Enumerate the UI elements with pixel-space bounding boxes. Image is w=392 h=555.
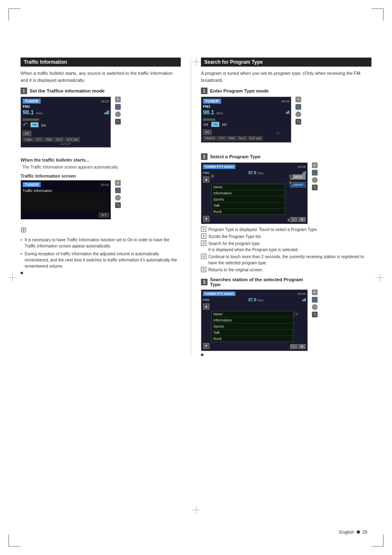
tuner-tab-text[interactable]: TExT [54, 137, 65, 142]
traffic-time: 10:10 [101, 183, 109, 187]
pty-back-btn-step3[interactable]: ← [290, 344, 297, 349]
pty-back-btn-step2[interactable]: ← [290, 217, 297, 222]
tuner-tab-text-r[interactable]: TExT [237, 136, 247, 141]
pty-mhz-step3: MHz [258, 299, 263, 302]
pty-item-rock-step2[interactable]: Rock [212, 209, 285, 215]
tuner-mhz-step1-left: MHz [36, 111, 43, 115]
tuner-controls-right: ⏮ FM ⏭ [203, 121, 289, 127]
tuner-am-btn-r[interactable]: AM [203, 130, 212, 135]
traffic-info-title: Traffic Information [24, 59, 67, 65]
pty-item-rock-step3[interactable]: Rock [212, 336, 293, 342]
tuner-skip-left-icon[interactable]: ⏮ [203, 121, 209, 127]
icon-grid-pty2: ⊞ [312, 162, 318, 168]
traffic-info-intro: When a traffic bulletin starts, any sour… [21, 70, 181, 83]
tuner-am-btn[interactable]: AM [23, 131, 31, 136]
tuner-bottom-tabs: Traffic PTY PRE TExT EXT a/M [23, 137, 109, 142]
traffic-screen-title: Traffic Information [23, 189, 109, 193]
icon-sq-pty3: 🔧 [312, 312, 318, 317]
annotation-item-5: 5 Returns to the original screen. [201, 267, 371, 273]
annotation-item-4: 4 Continue to touch more than 2 seconds,… [201, 254, 371, 266]
pty-screen-step3-wrapper: TUNER PTY Select 10:10 FM1 87.9 MHz [201, 289, 371, 351]
bullet-list-left: It is necessary to have Traffic Informat… [21, 237, 181, 269]
step1-text: Set the Traffice information mode [30, 88, 105, 93]
tuner-tab-pty[interactable]: PTY [35, 137, 44, 142]
tuner-fm-step1-left: FM1 [23, 104, 109, 109]
tuner-freq-step1-right: 98.1 [203, 109, 214, 116]
tuner-prev-icon[interactable]: ↶ [23, 121, 28, 129]
traffic-screen-heading: Traffic Information screen [21, 173, 181, 178]
step1-right-label: 1 Enter Program Type mode [201, 88, 371, 94]
annotation-num-3: 3 [201, 240, 206, 246]
arrow-down-step2[interactable]: ▼ [203, 216, 210, 222]
bulletin-heading: When the traffic bulletin starts... [21, 157, 181, 162]
pty-list-step2: News Information Sports Talk Rock [211, 184, 285, 215]
icon-circle-pty2: ○ [312, 177, 318, 183]
pty-num-badge5-step2: 5 [287, 218, 291, 222]
annotation-item-3: 3 Search for the program type.It is disp… [201, 240, 371, 253]
pty-fm-step2: FM1 [203, 171, 210, 175]
icon-user-pty3: 👤 [312, 297, 318, 303]
icon-user-pty2: 👤 [312, 170, 318, 176]
tuner-tab-extam-r[interactable]: EXT a/M [248, 136, 263, 141]
annotation-num-4: 4 [201, 254, 206, 259]
pty-item-sports-step3[interactable]: Sports [212, 324, 293, 330]
arrow-down-step3[interactable]: ▼ [203, 343, 210, 349]
tuner-tab-pre-r[interactable]: PRE [227, 136, 236, 141]
pty-fm-step3: FM1 [203, 298, 210, 302]
right-column: Search for Program Type A program is tun… [201, 58, 371, 356]
tuner-tab-traffic[interactable]: Traffic [23, 137, 34, 142]
traffic-footer-btn[interactable]: ⊞ Ⅱ [99, 213, 109, 217]
step1-right-text: Enter Program Type mode [210, 88, 269, 93]
tuner-brand-step1-right: TUNER [203, 99, 221, 104]
pty-up-arrow-step3: ▲ [203, 303, 306, 310]
step3-right-num: 3 [201, 279, 208, 285]
tuner-time-step1-right: 10:10 [281, 99, 289, 103]
tuner-fm-btn[interactable]: FM [30, 122, 39, 127]
pty-bottom-icons-step3: ← ⊞ [290, 344, 306, 349]
tuner-tab-pty-r[interactable]: PTY [217, 136, 226, 141]
pty-num-badge2-step2: 2 [288, 174, 293, 178]
pty-home-btn-step2[interactable]: ⊞ [298, 217, 306, 222]
step2-right-num: 2 [201, 153, 208, 160]
pty-brand-step3: TUNER PTY Select [203, 291, 235, 296]
tuner-tab-extam[interactable]: EXT a/M [65, 137, 80, 142]
icon-sq-traffic: 🔧 [115, 202, 121, 208]
page-footer: English 29 [339, 530, 367, 534]
tuner-skip-right-icon[interactable]: ⏭ [222, 121, 228, 127]
dot-bullet-right [201, 354, 371, 356]
icon-circle-pty3: ○ [312, 304, 318, 310]
icon-grid-r: ⊞ [295, 97, 301, 102]
bullet-item-1: It is necessary to have Traffic Informat… [21, 237, 181, 249]
search-program-intro: A program is tuned when you set its prog… [201, 70, 371, 83]
left-column: Traffic Information When a traffic bulle… [21, 58, 181, 356]
tuner-next-icon[interactable]: ⏭ [41, 122, 47, 128]
pty-freq-step3: 87.9 [248, 298, 256, 302]
bulletin-body: The Traffic Information screen appears a… [22, 164, 181, 170]
step1-label: 1 Set the Traffice information mode [21, 88, 181, 94]
tuner-tab-traffic-r[interactable]: TRAFIC [203, 136, 217, 141]
icon-grid-pty3: ⊞ [312, 289, 318, 295]
tuner-fm-btn-r[interactable]: FM [211, 122, 219, 127]
traffic-body-area [23, 193, 109, 211]
pty-bottom-icons-step2: ← ⊞ [290, 217, 306, 222]
tuner-side-icons-left: ⊞ 👤 ○ ☞ [115, 97, 121, 125]
step2-right-text: Select a Program Type [210, 154, 261, 159]
search-program-title: Search for Program Type [204, 59, 263, 65]
pty-item-talk-step3[interactable]: Talk [212, 330, 293, 336]
pty-item-talk-step2[interactable]: Talk [212, 203, 285, 209]
arrow-up-step2[interactable]: ▲ [203, 176, 210, 183]
arrow-up-step3[interactable]: ▲ [203, 303, 210, 310]
tuner-tab-pre[interactable]: PRE [44, 137, 53, 142]
pty-item-info-step3[interactable]: Information [212, 317, 293, 324]
icon-circle-traffic: ○ [115, 195, 121, 201]
tuner-display-step1-left: TUNER 10:10 FM1 98.1 MHz [21, 97, 111, 148]
pty-item-news-step2[interactable]: News [212, 184, 285, 190]
pty-item-sports-step2[interactable]: Sports [212, 197, 285, 203]
tuner-screen-step1-right: TUNER 10:10 FM1 98.1 MHz [201, 97, 301, 146]
pty-item-info-step2[interactable]: Information [212, 190, 285, 197]
pty-signal-step2 [302, 171, 306, 174]
annotation-num-5: 5 [201, 267, 206, 272]
pty-item-news-step3[interactable]: News [212, 311, 293, 317]
pty-home-btn-step3[interactable]: ⊞ [298, 344, 306, 349]
traffic-brand: TUNER [23, 182, 41, 187]
